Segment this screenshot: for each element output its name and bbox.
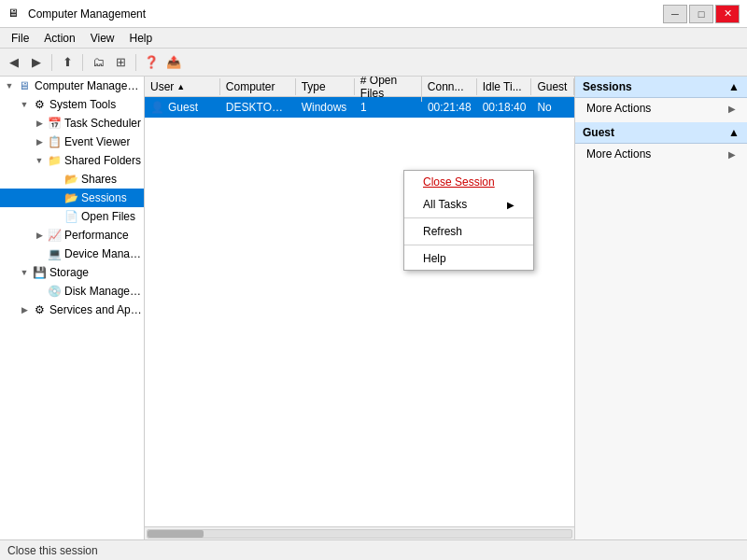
sidebar-item-open-files[interactable]: ▶ 📄 Open Files (0, 207, 144, 226)
app-icon: 🖥 (7, 7, 22, 21)
sidebar-item-event-viewer[interactable]: ▶ 📋 Event Viewer (0, 133, 144, 151)
menu-view[interactable]: View (83, 30, 122, 47)
sort-icon-user: ▲ (176, 82, 185, 91)
expand-icon-shared-folders: ▼ (32, 153, 47, 168)
cell-open-files: 1 (355, 99, 422, 116)
sidebar-label-performance: Performance (64, 229, 129, 242)
up-button[interactable]: ⬆ (57, 52, 78, 73)
more-actions-sessions-arrow-icon: ▶ (728, 104, 736, 114)
toolbar-separator-1 (51, 54, 52, 71)
properties-button[interactable]: ⊞ (110, 52, 131, 73)
col-header-idle-time[interactable]: Idle Ti... (477, 78, 532, 95)
expand-icon-event-viewer: ▶ (32, 134, 47, 149)
context-menu-separator-2 (404, 245, 533, 245)
right-panel-more-actions-sessions[interactable]: More Actions ▶ (575, 98, 747, 119)
content-area: User ▲ Computer Type # Open Files Conn..… (145, 77, 574, 539)
sidebar-icon-disk-manage: 💿 (47, 284, 62, 299)
sidebar-icon-event-viewer: 📋 (47, 134, 62, 149)
sidebar-item-task-scheduler[interactable]: ▶ 📅 Task Scheduler (0, 114, 144, 133)
col-header-type[interactable]: Type (296, 78, 355, 95)
expand-icon-services: ▶ (17, 302, 32, 317)
col-header-open-files[interactable]: # Open Files (355, 77, 422, 102)
sidebar-label-disk-manage: Disk Manageme... (64, 285, 144, 298)
col-header-conn[interactable]: Conn... (422, 78, 477, 95)
sidebar-icon-open-files: 📄 (63, 209, 78, 224)
sidebar-icon-shares: 📂 (63, 172, 78, 187)
more-actions-guest-arrow-icon: ▶ (728, 149, 736, 160)
context-menu-refresh[interactable]: Refresh (404, 220, 533, 243)
menu-bar: File Action View Help (0, 28, 747, 49)
expand-icon-system-tools: ▼ (17, 97, 32, 112)
sidebar-item-storage[interactable]: ▼ 💾 Storage (0, 263, 144, 282)
sidebar-label-computer-management: Computer Manageme... (35, 79, 144, 92)
expand-icon-task-scheduler: ▶ (32, 116, 47, 131)
sidebar-label-shares: Shares (81, 173, 117, 186)
cell-computer: DESKTOP-... (220, 99, 296, 116)
sidebar-item-device-manage[interactable]: ▶ 💻 Device Manage... (0, 245, 144, 263)
show-hide-button[interactable]: 🗂 (88, 52, 108, 73)
maximize-button[interactable]: □ (689, 5, 713, 23)
forward-button[interactable]: ▶ (26, 52, 47, 73)
toolbar: ◀ ▶ ⬆ 🗂 ⊞ ❓ 📤 (0, 49, 747, 77)
status-bar: Close this session (0, 539, 747, 560)
horizontal-scrollbar[interactable] (145, 526, 574, 539)
back-button[interactable]: ◀ (4, 52, 24, 73)
cell-guest: No (531, 99, 574, 116)
sidebar-sessions-wrapper: ▶ 📂 Sessions ➜ (0, 189, 144, 207)
sidebar-label-services: Services and Applic... (49, 303, 144, 316)
right-panel-more-actions-guest[interactable]: More Actions ▶ (575, 144, 747, 164)
title-bar-left: 🖥 Computer Management (7, 7, 146, 21)
sidebar-label-sessions: Sessions (81, 191, 127, 204)
sidebar-label-device-manage: Device Manage... (64, 247, 144, 260)
expand-icon-root: ▼ (2, 78, 17, 93)
expand-icon-performance: ▶ (32, 228, 47, 243)
menu-file[interactable]: File (4, 30, 36, 47)
menu-action[interactable]: Action (36, 30, 82, 47)
context-menu-close-session[interactable]: Close Session (404, 171, 533, 193)
sidebar-label-system-tools: System Tools (49, 98, 116, 111)
minimize-button[interactable]: ─ (663, 5, 687, 23)
help-toolbar-button[interactable]: ❓ (141, 52, 162, 73)
sidebar-item-shares[interactable]: ▶ 📂 Shares (0, 170, 144, 189)
menu-help[interactable]: Help (122, 30, 161, 47)
context-menu: Close Session All Tasks ▶ Refresh Help (403, 170, 534, 271)
title-bar: 🖥 Computer Management ─ □ ✕ (0, 0, 747, 28)
right-panel: Sessions ▲ More Actions ▶ Guest ▲ More A… (574, 77, 747, 539)
context-menu-help[interactable]: Help (404, 247, 533, 270)
sidebar-label-event-viewer: Event Viewer (64, 135, 130, 148)
scrollbar-thumb[interactable] (148, 530, 204, 538)
column-headers: User ▲ Computer Type # Open Files Conn..… (145, 77, 574, 97)
right-panel-guest-header: Guest ▲ (575, 122, 747, 144)
sidebar-item-disk-manage[interactable]: ▶ 💿 Disk Manageme... (0, 282, 144, 301)
sidebar: ▼ 🖥 Computer Manageme... ▼ ⚙ System Tool… (0, 77, 145, 539)
sidebar-icon-sessions: 📂 (63, 190, 78, 205)
col-header-user[interactable]: User ▲ (145, 78, 220, 95)
sidebar-item-system-tools[interactable]: ▼ ⚙ System Tools (0, 95, 144, 114)
sidebar-item-sessions[interactable]: ▶ 📂 Sessions (0, 189, 144, 207)
sidebar-item-shared-folders[interactable]: ▼ 📁 Shared Folders (0, 151, 144, 170)
guest-collapse-icon[interactable]: ▲ (728, 126, 740, 139)
sidebar-icon-task-scheduler: 📅 (47, 116, 62, 131)
close-button[interactable]: ✕ (715, 5, 740, 23)
toolbar-separator-3 (135, 54, 136, 71)
table-row[interactable]: 👤 Guest DESKTOP-... Windows 1 00:21:48 0… (145, 97, 574, 118)
sidebar-icon-performance: 📈 (47, 228, 62, 243)
main-layout: ▼ 🖥 Computer Manageme... ▼ ⚙ System Tool… (0, 77, 747, 539)
sidebar-icon-services: ⚙ (32, 302, 47, 317)
sidebar-icon-system-tools: ⚙ (32, 97, 47, 112)
expand-icon-storage: ▼ (17, 265, 32, 280)
cell-idle-time: 00:18:40 (477, 99, 532, 116)
col-header-guest[interactable]: Guest (531, 78, 574, 95)
export-button[interactable]: 📤 (163, 52, 184, 73)
col-header-computer[interactable]: Computer (220, 78, 296, 95)
sessions-collapse-icon[interactable]: ▲ (728, 80, 740, 93)
sidebar-item-services[interactable]: ▶ ⚙ Services and Applic... (0, 301, 144, 319)
title-bar-title: Computer Management (28, 7, 146, 21)
scrollbar-track[interactable] (147, 529, 572, 539)
status-text: Close this session (7, 544, 98, 557)
cell-user: 👤 Guest (145, 99, 220, 116)
sidebar-item-computer-management[interactable]: ▼ 🖥 Computer Manageme... (0, 77, 144, 95)
context-menu-all-tasks[interactable]: All Tasks ▶ (404, 193, 533, 216)
context-menu-separator-1 (404, 217, 533, 218)
sidebar-item-performance[interactable]: ▶ 📈 Performance (0, 226, 144, 245)
